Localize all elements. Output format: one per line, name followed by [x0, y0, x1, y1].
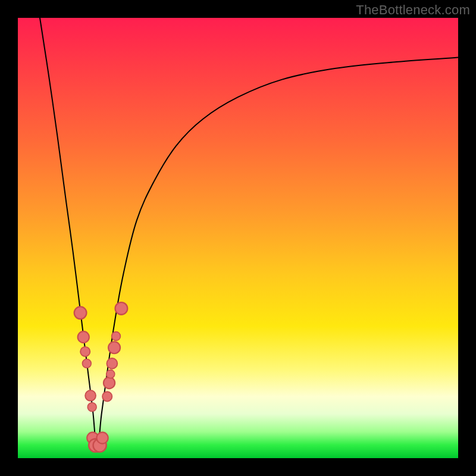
bead-marker — [85, 390, 96, 401]
bead-marker — [80, 347, 90, 356]
bead-marker — [74, 306, 87, 319]
chart-frame: TheBottleneck.com — [0, 0, 476, 476]
bead-marker — [115, 302, 128, 315]
bead-marker — [107, 370, 115, 378]
bead-marker — [102, 392, 112, 401]
bead-marker — [108, 342, 120, 353]
bottleneck-curve — [40, 18, 458, 452]
plot-area — [18, 18, 458, 458]
bead-marker — [96, 432, 108, 443]
bead-marker — [104, 377, 115, 389]
bead-marker — [112, 332, 121, 341]
curve-layer — [18, 18, 458, 458]
bead-marker — [82, 359, 91, 368]
bead-marker — [78, 331, 89, 343]
bead-marker — [87, 403, 96, 412]
bead-marker — [107, 358, 117, 369]
watermark-label: TheBottleneck.com — [356, 2, 470, 18]
